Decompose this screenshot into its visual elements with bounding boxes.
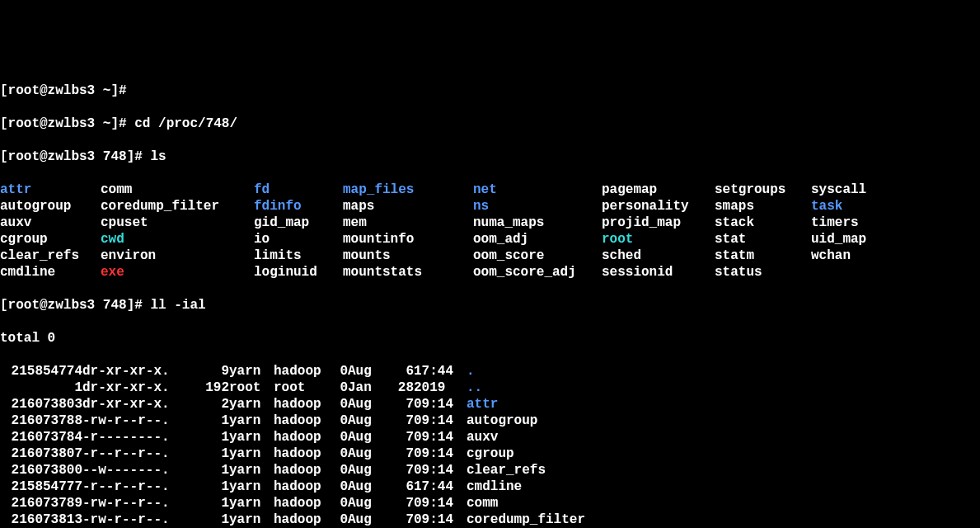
file-loginuid: loginuid <box>254 264 343 280</box>
file-personality: personality <box>602 198 715 214</box>
file-gid_map: gid_map <box>254 214 343 231</box>
file-cmdline: cmdline <box>467 478 522 495</box>
file-stack: stack <box>715 214 811 231</box>
ll-row: 216073788 -rw-r--r--.1 yarnhadoop0 Aug7 … <box>0 412 980 429</box>
file-status: status <box>715 264 811 280</box>
file-.: . <box>467 363 475 380</box>
ll-row: 215854774 dr-xr-xr-x.9 yarnhadoop0 Aug6 … <box>0 363 980 380</box>
file-cgroup: cgroup <box>467 446 514 462</box>
file-auxv: auxv <box>467 429 498 446</box>
ll-row: 216073784 -r--------.1 yarnhadoop0 Aug7 … <box>0 429 980 446</box>
file-sessionid: sessionid <box>602 264 715 280</box>
file-uid_map: uid_map <box>811 231 866 248</box>
file-cwd: cwd <box>101 231 254 248</box>
file-comm: comm <box>467 495 498 512</box>
file-autogroup: autogroup <box>467 412 537 429</box>
file-limits: limits <box>254 248 343 264</box>
file-oom_score_adj: oom_score_adj <box>473 264 602 280</box>
prompt-line-ls: [root@zwlbs3 748]# ls <box>0 148 980 165</box>
file-cmdline: cmdline <box>0 264 101 280</box>
file-exe: exe <box>101 264 254 280</box>
ll-row: 216073800 --w-------.1 yarnhadoop0 Aug7 … <box>0 462 980 478</box>
file-autogroup: autogroup <box>0 198 101 214</box>
file-pagemap: pagemap <box>602 182 715 198</box>
file-mountstats: mountstats <box>343 264 473 280</box>
file-root: root <box>602 231 715 248</box>
ll-output: 215854774 dr-xr-xr-x.9 yarnhadoop0 Aug6 … <box>0 363 980 528</box>
file-oom_score: oom_score <box>473 248 602 264</box>
terminal[interactable]: [root@zwlbs3 ~]# [root@zwlbs3 ~]# cd /pr… <box>0 66 980 528</box>
file-fd: fd <box>254 182 343 198</box>
file-sched: sched <box>602 248 715 264</box>
file-mounts: mounts <box>343 248 473 264</box>
total-line: total 0 <box>0 330 980 346</box>
file-environ: environ <box>101 248 254 264</box>
ls-col-6: pagemappersonalityprojid_maprootschedses… <box>602 182 715 280</box>
ls-col-8: syscalltasktimersuid_mapwchan <box>811 182 866 280</box>
ll-row: 216073789 -rw-r--r--.1 yarnhadoop0 Aug7 … <box>0 495 980 512</box>
file-timers: timers <box>811 214 866 231</box>
file-attr: attr <box>0 182 101 198</box>
prompt-line-ll: [root@zwlbs3 748]# ll -ial <box>0 297 980 314</box>
file-maps: maps <box>343 198 473 214</box>
prompt-line: [root@zwlbs3 ~]# <box>0 82 980 99</box>
file-coredump_filter: coredump_filter <box>101 198 254 214</box>
ll-row: 215854777 -r--r--r--.1 yarnhadoop0 Aug6 … <box>0 478 980 495</box>
file-wchan: wchan <box>811 248 866 264</box>
ls-col-1: attrautogroupauxvcgroupclear_refscmdline <box>0 182 101 280</box>
ls-col-7: setgroupssmapsstackstatstatmstatus <box>715 182 811 280</box>
file-numa_maps: numa_maps <box>473 214 602 231</box>
ls-col-4: map_filesmapsmemmountinfomountsmountstat… <box>343 182 473 280</box>
ls-col-3: fdfdinfogid_mapiolimitsloginuid <box>254 182 343 280</box>
ls-output: attrautogroupauxvcgroupclear_refscmdline… <box>0 182 980 280</box>
file-fdinfo: fdinfo <box>254 198 343 214</box>
file-cpuset: cpuset <box>101 214 254 231</box>
ls-col-5: netnsnuma_mapsoom_adjoom_scoreoom_score_… <box>473 182 602 280</box>
file-statm: statm <box>715 248 811 264</box>
file-clear_refs: clear_refs <box>0 248 101 264</box>
ls-col-2: commcoredump_filtercpusetcwdenvironexe <box>101 182 254 280</box>
file-..: .. <box>467 380 482 396</box>
file-stat: stat <box>715 231 811 248</box>
file-attr: attr <box>467 396 498 412</box>
file-clear_refs: clear_refs <box>467 462 546 478</box>
ll-row: 216073803 dr-xr-xr-x.2 yarnhadoop0 Aug7 … <box>0 396 980 412</box>
ll-row: 1 dr-xr-xr-x.192 rootroot0 Jan28 2019 .. <box>0 380 980 396</box>
file-net: net <box>473 182 602 198</box>
file-setgroups: setgroups <box>715 182 811 198</box>
prompt-line-cd: [root@zwlbs3 ~]# cd /proc/748/ <box>0 116 980 132</box>
file-oom_adj: oom_adj <box>473 231 602 248</box>
file-mem: mem <box>343 214 473 231</box>
file-comm: comm <box>101 182 254 198</box>
file-mountinfo: mountinfo <box>343 231 473 248</box>
file-auxv: auxv <box>0 214 101 231</box>
file-task: task <box>811 198 866 214</box>
ll-row: 216073807 -r--r--r--.1 yarnhadoop0 Aug7 … <box>0 446 980 462</box>
file-coredump_filter: coredump_filter <box>467 512 585 528</box>
file-projid_map: projid_map <box>602 214 715 231</box>
ll-row: 216073813 -rw-r--r--.1 yarnhadoop0 Aug7 … <box>0 512 980 528</box>
file-io: io <box>254 231 343 248</box>
file-cgroup: cgroup <box>0 231 101 248</box>
file-smaps: smaps <box>715 198 811 214</box>
file-map_files: map_files <box>343 182 473 198</box>
file-syscall: syscall <box>811 182 866 198</box>
file-ns: ns <box>473 198 602 214</box>
